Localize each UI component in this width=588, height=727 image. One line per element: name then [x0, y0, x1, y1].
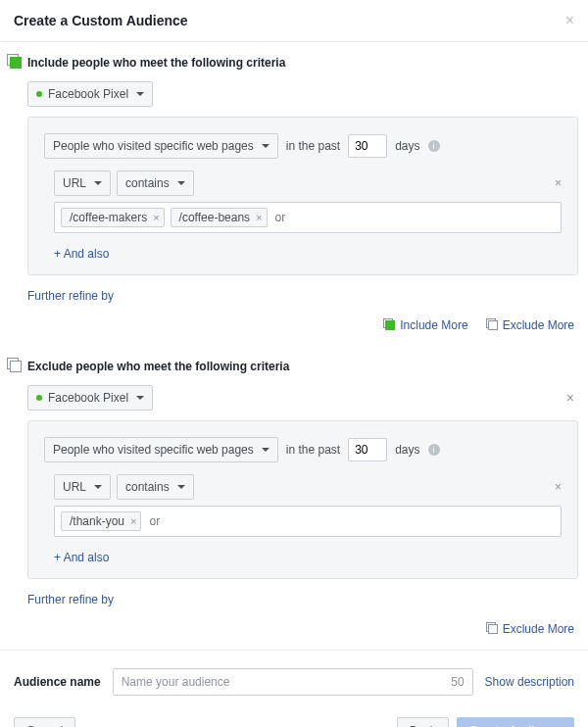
rule-type-select[interactable]: People who visited specific web pages: [44, 133, 278, 159]
url-token-input[interactable]: /coffee-makers × /coffee-beans ×: [54, 202, 562, 233]
exclude-section-label: Exclude people who meet the following cr…: [27, 360, 289, 373]
remove-section-icon[interactable]: ×: [566, 390, 574, 406]
exclude-more-link[interactable]: Exclude More: [488, 622, 574, 636]
in-past-text: in the past: [286, 139, 340, 153]
remove-rule-icon[interactable]: ×: [555, 176, 562, 190]
url-token-input[interactable]: /thank-you ×: [54, 506, 562, 537]
close-icon[interactable]: ×: [565, 12, 574, 29]
filter-field-select[interactable]: URL: [54, 170, 111, 196]
filter-op-select[interactable]: contains: [117, 170, 194, 196]
in-past-text: in the past: [286, 443, 340, 457]
filter-op-select[interactable]: contains: [117, 474, 194, 500]
audience-name-label: Audience name: [14, 675, 101, 689]
create-audience-button[interactable]: Create Audience: [457, 717, 574, 727]
remove-token-icon[interactable]: ×: [256, 212, 262, 223]
pixel-label: Facebook Pixel: [48, 391, 128, 405]
rule-type-label: People who visited specific web pages: [53, 443, 254, 457]
chevron-down-icon: [177, 485, 185, 489]
audience-name-input[interactable]: [114, 669, 452, 695]
chevron-down-icon: [136, 396, 144, 400]
status-dot-icon: [36, 395, 42, 401]
token-text-input[interactable]: [147, 512, 555, 530]
exclude-more-text: Exclude More: [503, 622, 574, 636]
pixel-select[interactable]: Facebook Pixel: [27, 81, 153, 107]
dialog-title: Create a Custom Audience: [14, 13, 188, 28]
exclude-more-link[interactable]: Exclude More: [488, 318, 574, 332]
include-more-link[interactable]: Include More: [385, 318, 467, 332]
info-icon[interactable]: i: [428, 140, 440, 152]
chevron-down-icon: [136, 92, 144, 96]
remove-token-icon[interactable]: ×: [153, 212, 159, 223]
further-refine-link[interactable]: Further refine by: [27, 593, 578, 606]
include-more-text: Include More: [400, 318, 467, 332]
show-description-link[interactable]: Show description: [485, 675, 574, 689]
days-word: days: [395, 443, 419, 457]
chevron-down-icon: [94, 485, 102, 489]
include-icon: [385, 320, 395, 330]
chevron-down-icon: [262, 144, 270, 148]
url-token: /thank-you ×: [61, 511, 141, 531]
include-icon: [10, 57, 22, 69]
include-section-label: Include people who meet the following cr…: [27, 56, 285, 70]
days-word: days: [395, 139, 419, 153]
filter-field-label: URL: [63, 480, 86, 494]
char-count: 50: [451, 675, 464, 689]
include-rule-card: People who visited specific web pages in…: [27, 117, 578, 275]
url-token: /coffee-beans ×: [171, 208, 268, 227]
token-text: /coffee-makers: [70, 211, 147, 224]
exclude-icon: [10, 361, 22, 372]
chevron-down-icon: [262, 448, 270, 452]
remove-rule-icon[interactable]: ×: [555, 480, 562, 494]
pixel-select[interactable]: Facebook Pixel: [27, 385, 153, 411]
filter-op-label: contains: [125, 480, 170, 494]
exclude-more-text: Exclude More: [503, 318, 574, 332]
days-input[interactable]: [348, 134, 387, 158]
cancel-button[interactable]: Cancel: [14, 717, 75, 727]
exclude-icon: [488, 320, 498, 330]
chevron-down-icon: [94, 181, 102, 185]
chevron-down-icon: [177, 181, 185, 185]
further-refine-link[interactable]: Further refine by: [27, 289, 578, 303]
token-text-input[interactable]: [273, 209, 555, 226]
rule-type-select[interactable]: People who visited specific web pages: [44, 437, 278, 462]
and-also-link[interactable]: + And also: [54, 247, 109, 261]
filter-op-label: contains: [125, 176, 170, 190]
rule-type-label: People who visited specific web pages: [53, 139, 254, 153]
info-icon[interactable]: i: [428, 444, 440, 456]
remove-token-icon[interactable]: ×: [130, 515, 136, 527]
exclude-icon: [488, 624, 498, 634]
token-text: /thank-you: [70, 514, 124, 528]
and-also-link[interactable]: + And also: [54, 551, 109, 564]
status-dot-icon: [36, 91, 42, 97]
url-token: /coffee-makers ×: [61, 208, 165, 227]
pixel-label: Facebook Pixel: [48, 87, 128, 101]
filter-field-label: URL: [63, 176, 86, 190]
back-button[interactable]: Back: [397, 717, 449, 727]
exclude-rule-card: People who visited specific web pages in…: [27, 420, 578, 579]
token-text: /coffee-beans: [179, 211, 251, 224]
days-input[interactable]: [348, 438, 387, 461]
filter-field-select[interactable]: URL: [54, 474, 111, 500]
